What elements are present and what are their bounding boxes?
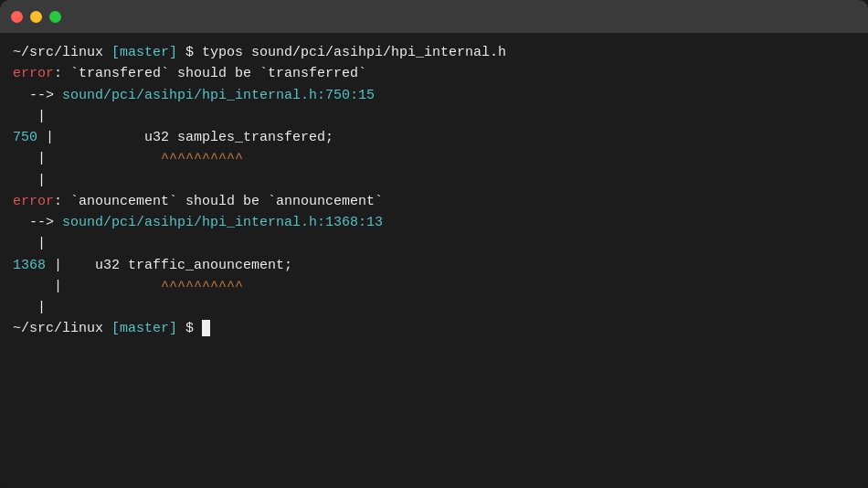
terminal-line: ~/src/linux [master] $ [13,318,855,339]
traffic-lights [11,11,61,23]
terminal-line: error: `transfered` should be `transferr… [13,63,855,84]
terminal-line: ~/src/linux [master] $ typos sound/pci/a… [13,42,855,63]
terminal-line: 750 | u32 samples_transfered; [13,127,855,148]
terminal-line: 1368 | u32 traffic_anouncement; [13,255,855,276]
terminal-body[interactable]: ~/src/linux [master] $ typos sound/pci/a… [0,33,868,488]
terminal-line: --> sound/pci/asihpi/hpi_internal.h:1368… [13,212,855,233]
terminal-line: --> sound/pci/asihpi/hpi_internal.h:750:… [13,85,855,106]
terminal-line: error: `anouncement` should be `announce… [13,191,855,212]
maximize-button[interactable] [49,11,61,23]
minimize-button[interactable] [30,11,42,23]
terminal-line: | [13,233,855,254]
terminal-line: | [13,170,855,191]
titlebar [0,0,868,33]
terminal-line: | ^^^^^^^^^^ [13,276,855,297]
terminal-window: ~/src/linux [master] $ typos sound/pci/a… [0,0,868,488]
terminal-line: | [13,297,855,318]
terminal-cursor [202,320,210,336]
close-button[interactable] [11,11,23,23]
terminal-line: | ^^^^^^^^^^ [13,148,855,169]
terminal-line: | [13,106,855,127]
